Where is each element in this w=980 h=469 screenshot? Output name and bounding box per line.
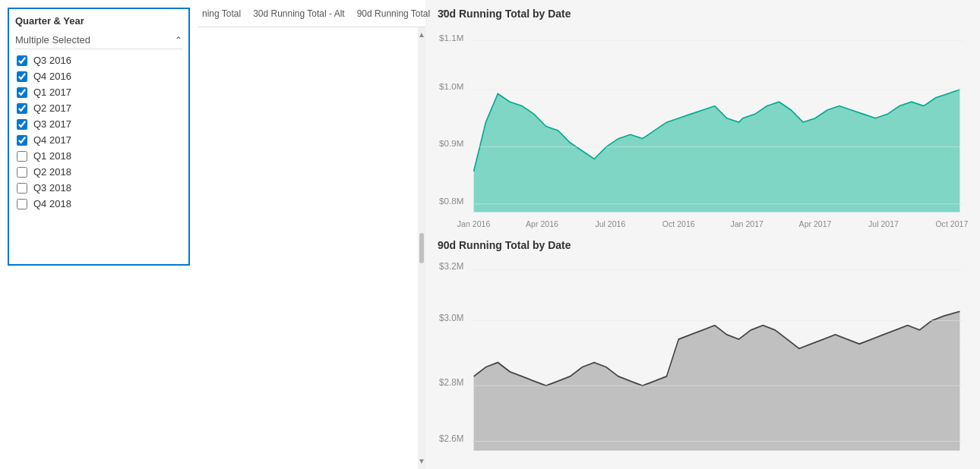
filter-item-label: Q4 2018 xyxy=(33,198,71,209)
filter-title: Quarter & Year xyxy=(15,15,182,27)
tabs-area: ning Total 30d Running Total - Alt 90d R… xyxy=(198,0,425,27)
scroll-down-arrow[interactable]: ▼ xyxy=(418,455,425,467)
filter-checkbox[interactable] xyxy=(17,103,27,114)
scroll-up-arrow[interactable]: ▲ xyxy=(418,29,425,41)
chart1-container: $1.1M $1.0M $0.9M $0.8M Jan 2016 Apr 201… xyxy=(438,24,968,228)
svg-text:$1.0M: $1.0M xyxy=(439,81,463,91)
filter-checkbox[interactable] xyxy=(17,167,27,178)
filter-checkbox[interactable] xyxy=(17,55,27,66)
svg-text:Apr 2017: Apr 2017 xyxy=(799,219,832,228)
svg-text:$0.8M: $0.8M xyxy=(439,196,463,206)
filter-item-label: Q4 2017 xyxy=(33,134,71,146)
filter-list: Q3 2016Q4 2016Q1 2017Q2 2017Q3 2017Q4 20… xyxy=(15,52,182,258)
filter-checkbox[interactable] xyxy=(17,119,27,130)
svg-text:$1.1M: $1.1M xyxy=(439,32,463,42)
filter-checkbox[interactable] xyxy=(17,151,27,162)
svg-text:$3.2M: $3.2M xyxy=(439,261,463,272)
svg-text:Apr 2016: Apr 2016 xyxy=(526,219,558,228)
filter-item[interactable]: Q3 2018 xyxy=(15,180,182,196)
svg-text:Oct 2016: Oct 2016 xyxy=(662,219,695,228)
filter-item-label: Q1 2018 xyxy=(33,150,71,162)
filter-item[interactable]: Q4 2018 xyxy=(15,196,182,212)
chart2-title: 90d Running Total by Date xyxy=(438,239,968,251)
svg-text:Jan 2017: Jan 2017 xyxy=(730,219,763,228)
filter-item[interactable]: Q4 2017 xyxy=(15,132,182,148)
filter-item[interactable]: Q3 2016 xyxy=(15,52,182,68)
filter-item[interactable]: Q1 2018 xyxy=(15,148,182,164)
chart2-section: 90d Running Total by Date $3.2M $3.0M $2… xyxy=(438,239,968,461)
filter-item-label: Q1 2017 xyxy=(33,87,71,98)
filter-item-label: Q2 2018 xyxy=(33,166,71,178)
svg-text:Jul 2016: Jul 2016 xyxy=(595,219,625,228)
filter-item[interactable]: Q1 2017 xyxy=(15,84,182,100)
svg-text:$2.8M: $2.8M xyxy=(439,376,463,388)
tab-90d-running-total[interactable]: 90d Running Total xyxy=(356,5,432,22)
chart1-title: 30d Running Total by Date xyxy=(438,8,968,20)
filter-item-label: Q3 2017 xyxy=(33,118,71,130)
filter-checkbox[interactable] xyxy=(17,87,27,98)
vertical-scrollbar[interactable]: ▲ ▼ xyxy=(418,27,425,469)
filter-item[interactable]: Q2 2018 xyxy=(15,164,182,180)
svg-text:Jan 2016: Jan 2016 xyxy=(457,219,491,228)
chart2-area xyxy=(474,311,960,450)
tab-30d-running-total-alt[interactable]: 30d Running Total - Alt xyxy=(251,5,346,22)
filter-item[interactable]: Q3 2017 xyxy=(15,116,182,132)
filter-checkbox[interactable] xyxy=(17,135,27,146)
tab-running-total[interactable]: ning Total xyxy=(201,5,242,22)
scroll-thumb[interactable] xyxy=(419,233,424,263)
filter-checkbox[interactable] xyxy=(17,71,27,82)
svg-text:$0.9M: $0.9M xyxy=(439,138,463,148)
filter-item[interactable]: Q2 2017 xyxy=(15,100,182,116)
chart1-section: 30d Running Total by Date $1.1M $1.0M $0… xyxy=(438,8,968,230)
svg-text:$2.6M: $2.6M xyxy=(439,433,463,444)
filter-selected-label: Multiple Selected xyxy=(15,34,90,46)
chevron-up-icon: ⌃ xyxy=(175,35,182,46)
filter-item-label: Q2 2017 xyxy=(33,102,71,114)
filter-item-label: Q3 2018 xyxy=(33,182,71,194)
chart1-svg: $1.1M $1.0M $0.9M $0.8M Jan 2016 Apr 201… xyxy=(438,24,968,228)
chart2-container: $3.2M $3.0M $2.8M $2.6M xyxy=(438,256,968,460)
svg-text:Jul 2017: Jul 2017 xyxy=(868,219,899,228)
filter-checkbox[interactable] xyxy=(17,183,27,194)
filter-checkbox[interactable] xyxy=(17,199,27,209)
svg-text:$3.0M: $3.0M xyxy=(439,312,463,323)
filter-box: Quarter & Year Multiple Selected ⌃ Q3 20… xyxy=(8,8,190,266)
filter-header[interactable]: Multiple Selected ⌃ xyxy=(15,31,182,49)
filter-panel: Quarter & Year Multiple Selected ⌃ Q3 20… xyxy=(0,0,198,469)
svg-text:Oct 2017: Oct 2017 xyxy=(935,219,968,228)
chart2-svg: $3.2M $3.0M $2.8M $2.6M xyxy=(438,256,968,460)
filter-item-label: Q4 2016 xyxy=(33,71,71,82)
filter-item[interactable]: Q4 2016 xyxy=(15,68,182,84)
filter-item-label: Q3 2016 xyxy=(33,55,71,66)
charts-panel: 30d Running Total by Date $1.1M $1.0M $0… xyxy=(425,0,980,469)
